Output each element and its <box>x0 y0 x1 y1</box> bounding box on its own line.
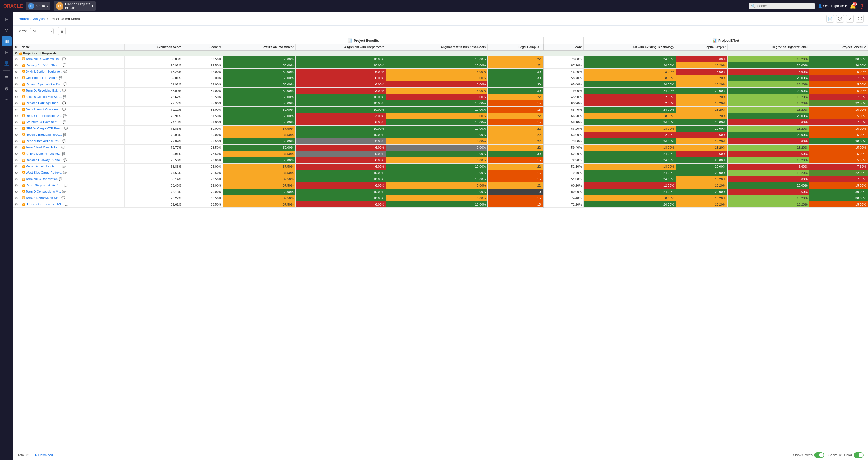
comment-icon[interactable]: 💬 <box>62 152 65 155</box>
row-settings-icon[interactable]: ⚙ <box>13 62 20 68</box>
show-scores-toggle[interactable] <box>814 452 824 458</box>
row-settings-icon[interactable]: ⚙ <box>13 157 20 163</box>
sidebar-item-grid[interactable]: ▦ <box>2 36 11 46</box>
project-name-cell[interactable]: 🔀 Term D: Revolving Exit ... 💬 <box>20 87 125 94</box>
comment-icon[interactable]: 💬 <box>63 158 67 161</box>
project-name-cell[interactable]: 🔀 Cell Phone Lot - South 💬 <box>20 75 125 81</box>
comment-icon[interactable]: 💬 <box>63 95 66 98</box>
project-name-cell[interactable]: 🔀 Rehab/Replace AOA Per... 💬 <box>20 182 125 188</box>
sort-icon[interactable]: ⇅ <box>219 46 221 49</box>
row-settings-icon[interactable]: ⚙ <box>13 144 20 151</box>
print-button[interactable]: 🖨 <box>58 27 66 35</box>
project-name-cell[interactable]: 🔀 NE/NW Cargo VCP Rem... 💬 <box>20 125 125 132</box>
row-settings-icon[interactable]: ⚙ <box>13 81 20 87</box>
project-name-cell[interactable]: 🔀 Repair Fire Protection S... 💬 <box>20 113 125 119</box>
row-settings-icon[interactable]: ⚙ <box>13 138 20 144</box>
project-name-cell[interactable]: 🔀 Terminal C Renovation 💬 <box>20 176 125 182</box>
share-icon-btn[interactable]: ↗ <box>846 15 854 23</box>
row-settings-icon[interactable]: ⚙ <box>13 94 20 100</box>
project-name-cell[interactable]: 🔀 IT Security: Security LAN... 💬 <box>20 201 125 208</box>
row-settings-icon[interactable]: ⚙ <box>13 163 20 170</box>
sidebar-item-settings[interactable]: ⚙ <box>2 84 11 94</box>
row-settings-icon[interactable]: ⚙ <box>13 132 20 138</box>
row-settings-icon[interactable]: ⚙ <box>13 151 20 157</box>
project-name-cell[interactable]: 🔀 Demolition of Concours... 💬 <box>20 106 125 113</box>
comment-icon[interactable]: 💬 <box>63 70 67 73</box>
row-settings-icon[interactable]: ⚙ <box>13 195 20 201</box>
download-link[interactable]: ⬇ Download <box>34 453 53 457</box>
sidebar-item-list[interactable]: ⊟ <box>2 47 11 57</box>
comment-icon[interactable]: 💬 <box>61 196 65 200</box>
comment-icon[interactable]: 💬 <box>62 57 66 60</box>
row-settings-icon[interactable]: ⚙ <box>13 113 20 119</box>
row-settings-icon[interactable]: ⚙ <box>13 56 20 62</box>
breadcrumb-parent[interactable]: Portfolio Analysis <box>18 17 45 21</box>
document-icon-btn[interactable]: 📄 <box>826 15 834 23</box>
comment-icon[interactable]: 💬 <box>63 120 66 124</box>
sidebar-item-portfolio[interactable]: ◎ <box>2 25 11 35</box>
project-name-cell[interactable]: 🔀 Skylink Station Equipme... 💬 <box>20 68 125 75</box>
chat-icon-btn[interactable]: 💬 <box>836 15 844 23</box>
comment-icon[interactable]: 💬 <box>63 63 66 67</box>
project-name-cell[interactable]: 🔀 Rehabilitate Airfield Pav... 💬 <box>20 138 125 144</box>
notification-bell[interactable]: 🔔 196 <box>850 3 856 9</box>
project-name-cell[interactable]: 🔀 Replace Special Ops Bu... 💬 <box>20 81 125 87</box>
planned-projects-selector[interactable]: 🗂 Planned Projects In: CIP ▾ <box>54 1 96 11</box>
project-name-cell[interactable]: 🔀 Term A Pad Mary Tritur... 💬 <box>20 144 125 151</box>
project-name-cell[interactable]: 🔀 Runway 18R-36L Shoul... 💬 <box>20 62 125 68</box>
comment-icon[interactable]: 💬 <box>61 146 65 149</box>
comment-icon[interactable]: 💬 <box>64 127 68 130</box>
data-table-container[interactable]: 📊 Project Benefits 📊 Project Effort <box>13 37 868 450</box>
project-name-cell[interactable]: 🔀 Term D Concessions M... 💬 <box>20 188 125 195</box>
show-cell-color-toggle[interactable] <box>854 452 864 458</box>
comment-icon[interactable]: 💬 <box>63 83 67 86</box>
sidebar-item-reports[interactable]: ☰ <box>2 73 11 83</box>
comment-icon[interactable]: 💬 <box>62 89 66 92</box>
comment-icon[interactable]: 💬 <box>62 139 66 143</box>
comment-icon[interactable]: 💬 <box>62 101 66 105</box>
project-name-cell[interactable]: 🔀 Structural & Pavement I... 💬 <box>20 119 125 125</box>
project-name-cell[interactable]: 🔀 Airfield Lighting Testing... 💬 <box>20 151 125 157</box>
help-icon[interactable]: ❓ <box>859 4 865 9</box>
comment-icon[interactable]: 💬 <box>62 164 66 168</box>
row-settings-icon[interactable]: ⚙ <box>13 170 20 176</box>
comment-icon[interactable]: 💬 <box>59 76 62 80</box>
show-select-wrap[interactable]: All Projects Proposals <box>30 28 54 34</box>
project-name-cell[interactable]: 🔀 Terminal D Systems Re... 💬 <box>20 56 125 62</box>
comment-icon[interactable]: 💬 <box>59 177 62 181</box>
row-settings-icon[interactable]: ⚙ <box>13 119 20 125</box>
project-name-cell[interactable]: 🔀 Access Control Mgt Sys... 💬 <box>20 94 125 100</box>
row-settings-icon[interactable]: ⚙ <box>13 68 20 75</box>
project-name-cell[interactable]: 🔀 Term A North/South Sk... 💬 <box>20 195 125 201</box>
row-settings-icon[interactable]: ⚙ <box>13 100 20 106</box>
project-name-cell[interactable]: 🔀 Rehab Airfield Lighting ... 💬 <box>20 163 125 170</box>
sidebar-item-more[interactable]: ··· <box>2 95 11 105</box>
app-selector[interactable]: P prm10 ▾ <box>26 2 50 10</box>
sidebar-item-home[interactable]: ⊞ <box>2 14 11 24</box>
project-name-cell[interactable]: 🔀 Replace Parking/Other ... 💬 <box>20 100 125 106</box>
row-settings-icon[interactable]: ⚙ <box>13 75 20 81</box>
row-settings-icon[interactable]: ⚙ <box>13 125 20 132</box>
show-select[interactable]: All Projects Proposals <box>30 28 54 34</box>
sidebar-item-people[interactable]: 👤 <box>2 58 11 68</box>
project-name-cell[interactable]: 🔀 Replace Baggage Reco... 💬 <box>20 132 125 138</box>
comment-icon[interactable]: 💬 <box>63 171 67 174</box>
comment-icon[interactable]: 💬 <box>63 133 66 136</box>
comment-icon[interactable]: 💬 <box>62 190 66 193</box>
comment-icon[interactable]: 💬 <box>64 184 68 187</box>
fullscreen-icon-btn[interactable]: ⛶ <box>856 15 864 23</box>
project-name-cell[interactable]: 🔀 Replace Runway Rubbe... 💬 <box>20 157 125 163</box>
project-name-cell[interactable]: 🔀 West Side Cargo Redev... 💬 <box>20 170 125 176</box>
user-name[interactable]: 👤 Scott Esposito ▾ <box>818 4 846 8</box>
comment-icon[interactable]: 💬 <box>65 203 68 206</box>
row-settings-icon[interactable]: ⚙ <box>13 176 20 182</box>
search-input[interactable] <box>757 4 812 8</box>
row-settings-icon[interactable]: ⚙ <box>13 188 20 195</box>
row-settings-icon[interactable]: ⚙ <box>13 201 20 208</box>
row-settings-icon[interactable]: ⚙ <box>13 106 20 113</box>
row-settings-icon[interactable]: ⚙ <box>13 182 20 188</box>
comment-icon[interactable]: 💬 <box>63 114 67 117</box>
comment-icon[interactable]: 💬 <box>62 108 66 111</box>
search-box[interactable]: 🔍 <box>749 3 815 9</box>
row-settings-icon[interactable]: ⚙ <box>13 87 20 94</box>
